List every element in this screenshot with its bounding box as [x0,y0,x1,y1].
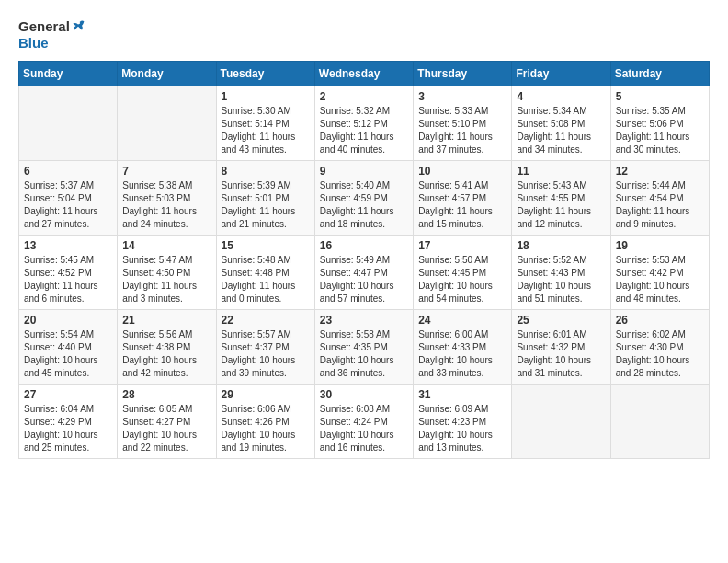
day-number: 17 [418,239,506,252]
day-cell: 13Sunrise: 5:45 AM Sunset: 4:52 PM Dayli… [19,236,118,310]
day-info: Sunrise: 5:57 AM Sunset: 4:37 PM Dayligh… [222,328,310,380]
day-cell: 6Sunrise: 5:37 AM Sunset: 5:04 PM Daylig… [19,161,118,236]
day-cell: 5Sunrise: 5:35 AM Sunset: 5:06 PM Daylig… [610,86,709,161]
day-number: 13 [24,239,112,252]
day-cell: 8Sunrise: 5:39 AM Sunset: 5:01 PM Daylig… [216,161,314,236]
day-cell: 7Sunrise: 5:38 AM Sunset: 5:03 PM Daylig… [118,161,216,236]
logo-bird-icon [71,18,85,33]
day-number: 11 [517,165,605,178]
day-info: Sunrise: 5:56 AM Sunset: 4:38 PM Dayligh… [122,328,210,380]
week-row-3: 13Sunrise: 5:45 AM Sunset: 4:52 PM Dayli… [19,236,710,310]
day-number: 24 [418,314,506,327]
day-cell: 2Sunrise: 5:32 AM Sunset: 5:12 PM Daylig… [314,86,413,161]
logo: General Blue [18,18,85,52]
weekday-header-friday: Friday [512,62,610,86]
day-cell [610,385,709,459]
day-number: 25 [517,314,605,327]
day-number: 21 [122,314,210,327]
day-cell: 21Sunrise: 5:56 AM Sunset: 4:38 PM Dayli… [118,310,216,385]
calendar: SundayMondayTuesdayWednesdayThursdayFrid… [18,61,710,459]
day-number: 26 [616,314,704,327]
weekday-header-monday: Monday [118,62,216,86]
day-number: 31 [418,388,506,401]
day-info: Sunrise: 5:48 AM Sunset: 4:48 PM Dayligh… [222,254,310,305]
day-info: Sunrise: 6:01 AM Sunset: 4:32 PM Dayligh… [517,328,605,380]
weekday-header-tuesday: Tuesday [216,62,314,86]
day-info: Sunrise: 6:04 AM Sunset: 4:29 PM Dayligh… [24,403,112,454]
day-number: 29 [222,388,310,401]
day-number: 2 [320,90,408,103]
logo-general: General [18,18,70,35]
day-cell: 11Sunrise: 5:43 AM Sunset: 4:55 PM Dayli… [512,161,610,236]
header: General Blue [18,18,710,52]
day-number: 27 [24,388,112,401]
day-cell: 1Sunrise: 5:30 AM Sunset: 5:14 PM Daylig… [216,86,314,161]
day-number: 3 [418,90,506,103]
day-info: Sunrise: 5:53 AM Sunset: 4:42 PM Dayligh… [616,254,704,305]
weekday-header-sunday: Sunday [19,62,118,86]
day-cell: 27Sunrise: 6:04 AM Sunset: 4:29 PM Dayli… [19,385,118,459]
day-cell: 10Sunrise: 5:41 AM Sunset: 4:57 PM Dayli… [414,161,512,236]
day-cell: 19Sunrise: 5:53 AM Sunset: 4:42 PM Dayli… [610,236,709,310]
day-number: 30 [320,388,408,401]
day-number: 6 [24,165,112,178]
day-number: 23 [320,314,408,327]
day-number: 9 [320,165,408,178]
day-cell: 4Sunrise: 5:34 AM Sunset: 5:08 PM Daylig… [512,86,610,161]
weekday-header-wednesday: Wednesday [314,62,413,86]
day-cell: 16Sunrise: 5:49 AM Sunset: 4:47 PM Dayli… [314,236,413,310]
day-cell: 31Sunrise: 6:09 AM Sunset: 4:23 PM Dayli… [414,385,512,459]
day-info: Sunrise: 5:40 AM Sunset: 4:59 PM Dayligh… [320,179,408,231]
day-info: Sunrise: 5:50 AM Sunset: 4:45 PM Dayligh… [418,254,506,305]
day-info: Sunrise: 5:41 AM Sunset: 4:57 PM Dayligh… [418,179,506,231]
day-info: Sunrise: 5:58 AM Sunset: 4:35 PM Dayligh… [320,328,408,380]
day-info: Sunrise: 5:33 AM Sunset: 5:10 PM Dayligh… [418,105,506,156]
day-number: 7 [122,165,210,178]
day-number: 12 [616,165,704,178]
week-row-2: 6Sunrise: 5:37 AM Sunset: 5:04 PM Daylig… [19,161,710,236]
day-number: 19 [616,239,704,252]
day-number: 16 [320,239,408,252]
day-cell: 3Sunrise: 5:33 AM Sunset: 5:10 PM Daylig… [414,86,512,161]
day-number: 20 [24,314,112,327]
day-number: 15 [222,239,310,252]
day-cell: 14Sunrise: 5:47 AM Sunset: 4:50 PM Dayli… [118,236,216,310]
day-number: 5 [616,90,704,103]
weekday-header-thursday: Thursday [414,62,512,86]
day-info: Sunrise: 5:49 AM Sunset: 4:47 PM Dayligh… [320,254,408,305]
day-cell [512,385,610,459]
day-cell: 18Sunrise: 5:52 AM Sunset: 4:43 PM Dayli… [512,236,610,310]
day-number: 4 [517,90,605,103]
day-number: 1 [222,90,310,103]
day-info: Sunrise: 5:44 AM Sunset: 4:54 PM Dayligh… [616,179,704,231]
day-info: Sunrise: 5:54 AM Sunset: 4:40 PM Dayligh… [24,328,112,380]
day-cell: 22Sunrise: 5:57 AM Sunset: 4:37 PM Dayli… [216,310,314,385]
day-number: 22 [222,314,310,327]
weekday-header-row: SundayMondayTuesdayWednesdayThursdayFrid… [19,62,710,86]
day-info: Sunrise: 6:06 AM Sunset: 4:26 PM Dayligh… [222,403,310,454]
day-info: Sunrise: 5:39 AM Sunset: 5:01 PM Dayligh… [222,179,310,231]
day-cell: 29Sunrise: 6:06 AM Sunset: 4:26 PM Dayli… [216,385,314,459]
day-info: Sunrise: 5:43 AM Sunset: 4:55 PM Dayligh… [517,179,605,231]
week-row-5: 27Sunrise: 6:04 AM Sunset: 4:29 PM Dayli… [19,385,710,459]
day-cell [19,86,118,161]
day-cell: 24Sunrise: 6:00 AM Sunset: 4:33 PM Dayli… [414,310,512,385]
day-info: Sunrise: 5:37 AM Sunset: 5:04 PM Dayligh… [24,179,112,231]
day-info: Sunrise: 6:05 AM Sunset: 4:27 PM Dayligh… [122,403,210,454]
day-info: Sunrise: 5:52 AM Sunset: 4:43 PM Dayligh… [517,254,605,305]
day-cell [118,86,216,161]
day-number: 18 [517,239,605,252]
day-number: 10 [418,165,506,178]
day-cell: 23Sunrise: 5:58 AM Sunset: 4:35 PM Dayli… [314,310,413,385]
day-cell: 9Sunrise: 5:40 AM Sunset: 4:59 PM Daylig… [314,161,413,236]
day-info: Sunrise: 6:08 AM Sunset: 4:24 PM Dayligh… [320,403,408,454]
weekday-header-saturday: Saturday [610,62,709,86]
day-info: Sunrise: 5:30 AM Sunset: 5:14 PM Dayligh… [222,105,310,156]
day-cell: 15Sunrise: 5:48 AM Sunset: 4:48 PM Dayli… [216,236,314,310]
day-number: 28 [122,388,210,401]
day-cell: 28Sunrise: 6:05 AM Sunset: 4:27 PM Dayli… [118,385,216,459]
day-info: Sunrise: 5:38 AM Sunset: 5:03 PM Dayligh… [122,179,210,231]
day-number: 8 [222,165,310,178]
day-info: Sunrise: 5:34 AM Sunset: 5:08 PM Dayligh… [517,105,605,156]
logo-blue: Blue [18,35,49,52]
